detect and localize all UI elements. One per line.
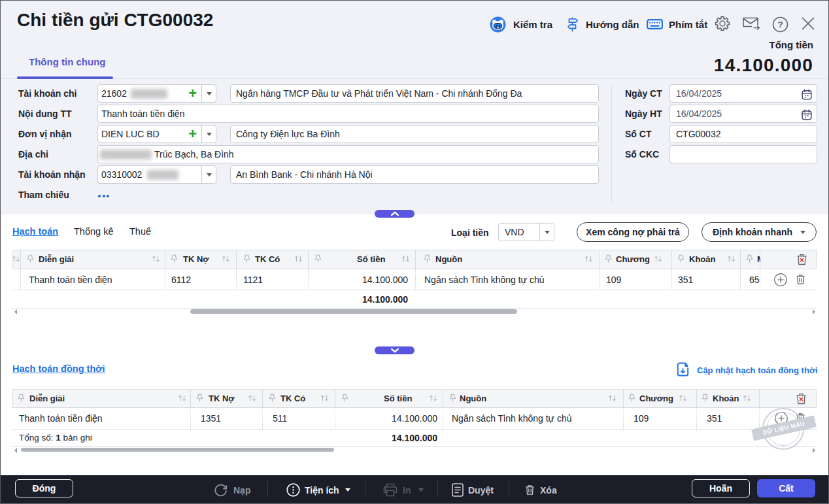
svg-text:?: ? bbox=[777, 20, 783, 29]
